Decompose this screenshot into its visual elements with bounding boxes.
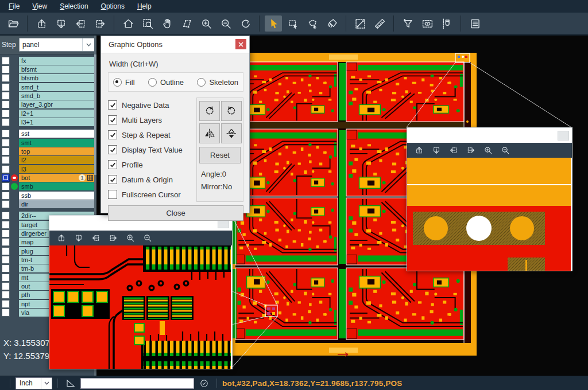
menu-item-help[interactable]: Help	[131, 0, 158, 13]
layer-visibility-checkbox-smb[interactable]	[2, 182, 10, 190]
magnifier-tool-move-right[interactable]	[106, 232, 120, 244]
layer-visibility-checkbox-dir[interactable]	[2, 200, 10, 208]
layer-visibility-checkbox-plug[interactable]	[2, 247, 10, 255]
tool-home[interactable]	[119, 15, 137, 32]
unit-select[interactable]: Inch	[16, 377, 52, 389]
layer-visibility-checkbox-smd-b[interactable]	[2, 92, 10, 100]
option-checkbox-multi-layers[interactable]: Multi Layers	[108, 112, 196, 127]
width-radio-fill[interactable]: Fill	[113, 78, 135, 87]
layer-visibility-checkbox-bfsmb[interactable]	[2, 74, 10, 82]
magnifier-tool-move-up[interactable]	[412, 144, 426, 157]
sync-icon[interactable]	[199, 379, 209, 388]
magnifier-2-titlebar[interactable]	[407, 128, 572, 143]
layer-row-ssb[interactable]: ssb	[0, 191, 96, 200]
layer-row-fx[interactable]: fx	[0, 56, 96, 65]
tool-move-left[interactable]	[72, 15, 89, 32]
layer-visibility-checkbox-fx[interactable]	[2, 57, 10, 65]
step-select[interactable]: panel	[19, 38, 95, 52]
tool-open-folder[interactable]	[5, 15, 22, 32]
layer-row-layer-3-gbr[interactable]: layer_3.gbr	[0, 100, 96, 109]
tool-filter[interactable]	[399, 15, 416, 32]
width-radio-outline[interactable]: Outline	[148, 78, 184, 87]
layer-visibility-checkbox-l3-1[interactable]	[2, 118, 10, 126]
command-input[interactable]	[80, 378, 194, 389]
layer-visibility-checkbox-layer-3-gbr[interactable]	[2, 100, 10, 108]
layer-visibility-checkbox-2dir-[interactable]	[2, 212, 10, 220]
layer-visibility-checkbox-npt[interactable]	[2, 300, 10, 308]
menu-item-options[interactable]: Options	[95, 0, 131, 13]
layer-visibility-checkbox-target[interactable]	[2, 221, 10, 229]
layer-row-bfsmt[interactable]: bfsmt	[0, 65, 96, 73]
reset-button[interactable]: Reset	[199, 147, 241, 163]
layer-visibility-checkbox-l2-1[interactable]	[2, 110, 10, 118]
tool-select-arrow[interactable]	[265, 15, 282, 32]
layer-visibility-checkbox-sst[interactable]	[2, 130, 10, 138]
layer-row-sst[interactable]: sst	[0, 130, 96, 138]
magnifier-tool-zoom-in[interactable]	[481, 144, 495, 157]
layer-row-smt[interactable]: smt	[0, 138, 96, 147]
dialog-close-button[interactable]	[235, 39, 246, 49]
layer-visibility-checkbox-tm-b[interactable]	[2, 264, 10, 272]
magnifier-tool-zoom-out[interactable]	[498, 144, 512, 157]
magnifier-2-close-button[interactable]	[558, 131, 569, 141]
tool-zoom-previous[interactable]	[237, 15, 254, 32]
layer-visibility-checkbox-top[interactable]	[2, 147, 10, 155]
tool-move-up[interactable]	[33, 15, 50, 32]
magnifier-window-1[interactable]	[49, 215, 233, 369]
dialog-titlebar[interactable]: Graphic Options	[101, 36, 249, 53]
width-radio-skeleton[interactable]: Skeleton	[197, 78, 238, 87]
magnifier-tool-zoom-out[interactable]	[141, 232, 154, 244]
tool-measure-distance[interactable]	[351, 15, 369, 32]
option-checkbox-step-repeat[interactable]: Step & Repeat	[108, 127, 196, 142]
option-checkbox-fullscreen-cursor[interactable]: Fullscreen Cursor	[108, 187, 196, 202]
tool-pan-hand[interactable]	[158, 15, 176, 32]
menu-item-selection[interactable]: Selection	[53, 0, 94, 13]
layer-visibility-checkbox-via[interactable]	[2, 309, 10, 317]
tool-move-down[interactable]	[52, 15, 69, 32]
layer-visibility-checkbox-l3[interactable]	[2, 165, 10, 173]
option-checkbox-negative-data[interactable]: Negative Data	[108, 98, 196, 112]
tool-zoom-window[interactable]	[139, 15, 156, 32]
magnifier-tool-move-right[interactable]	[464, 144, 478, 157]
tool-select-polygon[interactable]	[304, 15, 321, 32]
tool-clean-brush[interactable]	[323, 15, 341, 32]
layer-visibility-checkbox-pth[interactable]	[2, 291, 10, 299]
layer-row-l3-1[interactable]: l3+1	[0, 118, 96, 126]
mirror-vertical-button[interactable]	[221, 123, 242, 143]
layer-row-dir[interactable]: dir	[0, 200, 96, 209]
tool-move-right[interactable]	[91, 15, 109, 32]
layer-visibility-checkbox-smt[interactable]	[2, 139, 10, 147]
option-checkbox-display-text-value[interactable]: Display Text Value	[108, 142, 196, 157]
layer-row-l2-1[interactable]: l2+1	[0, 109, 96, 118]
option-checkbox-datum-origin[interactable]: Datum & Origin	[108, 172, 196, 187]
layer-row-bfsmb[interactable]: bfsmb	[0, 74, 96, 83]
magnifier-tool-move-down[interactable]	[72, 232, 86, 244]
layer-row-top[interactable]: top	[0, 147, 96, 155]
magnifier-window-2[interactable]	[407, 127, 572, 271]
layer-row-smd-b[interactable]: smd_b	[0, 91, 96, 100]
tool-zoom-in[interactable]	[198, 15, 215, 32]
layer-visibility-checkbox-bfsmt[interactable]	[2, 65, 10, 73]
layer-visibility-checkbox-ssb[interactable]	[2, 192, 10, 200]
layer-visibility-checkbox-bot[interactable]	[2, 174, 10, 182]
tool-snap-magnet[interactable]	[438, 15, 455, 32]
layer-row-bot[interactable]: bot1	[0, 173, 96, 182]
layer-visibility-checkbox-l2[interactable]	[2, 156, 10, 164]
menu-item-view[interactable]: View	[26, 0, 53, 13]
layer-row-l3[interactable]: l3	[0, 165, 96, 173]
magnifier-tool-move-up[interactable]	[55, 232, 68, 244]
rotate-ccw-button[interactable]	[221, 101, 242, 121]
rotate-cw-button[interactable]	[199, 101, 220, 121]
layer-visibility-checkbox-tm-t[interactable]	[2, 256, 10, 264]
close-button[interactable]: Close	[108, 205, 243, 221]
layer-row-smd-t[interactable]: smd_t	[0, 83, 96, 91]
layer-visibility-checkbox-mt[interactable]	[2, 274, 10, 282]
tool-zoom-out[interactable]	[217, 15, 234, 32]
tool-highlight-view[interactable]	[419, 15, 436, 32]
magnifier-tool-move-left[interactable]	[447, 144, 461, 157]
graphic-options-dialog[interactable]: Graphic Options Width (Ctrl+W) FillOutli…	[100, 36, 250, 213]
layer-visibility-checkbox-dirgerber[interactable]	[2, 229, 10, 237]
layer-row-l2[interactable]: l2	[0, 156, 96, 165]
option-checkbox-profile[interactable]: Profile	[108, 157, 196, 172]
angle-mode-icon[interactable]	[65, 378, 76, 388]
